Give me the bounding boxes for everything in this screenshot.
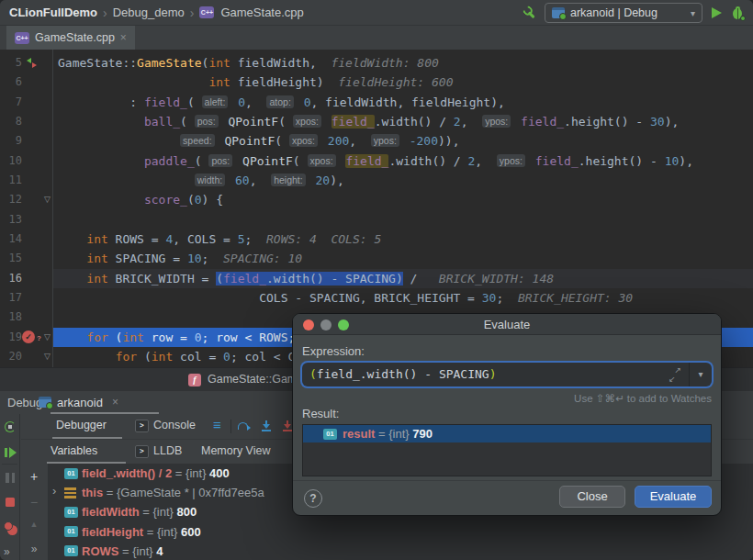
code-line-7[interactable]: 7 : field_( aleft: 0, atop: 0, fieldWidt… bbox=[0, 93, 753, 112]
code-token bbox=[58, 232, 86, 246]
zoom-window-button[interactable] bbox=[338, 319, 349, 330]
line-number: 15 bbox=[0, 249, 22, 268]
code-token: int bbox=[86, 252, 107, 265]
tab-variables[interactable]: Variables bbox=[51, 444, 97, 457]
variable-row[interactable]: 01fieldHeight = {int} 600 bbox=[49, 522, 753, 542]
fold-icon[interactable]: ▽ bbox=[44, 328, 51, 347]
code-token: col = bbox=[173, 350, 223, 364]
tab-debugger[interactable]: Debugger bbox=[56, 419, 107, 431]
tab-console[interactable]: Console bbox=[153, 419, 196, 431]
resume-icon[interactable] bbox=[5, 447, 16, 458]
code-token: 10 bbox=[187, 252, 202, 265]
expression-input[interactable]: (field_.width() - SPACING) ↗↙ ▾ bbox=[302, 363, 712, 386]
navigate-arrows-icon[interactable] bbox=[27, 58, 37, 68]
expression-label: Expression: bbox=[302, 344, 712, 358]
code-token: 200 bbox=[328, 134, 349, 148]
minimize-window-button bbox=[320, 319, 332, 330]
code-token bbox=[58, 272, 86, 286]
breadcrumb-project[interactable]: CLionFullDemo bbox=[9, 6, 97, 19]
code-token bbox=[58, 350, 116, 364]
settings-menu-icon[interactable]: ≡ bbox=[213, 417, 221, 432]
tab-memory-view[interactable]: Memory View bbox=[201, 444, 270, 457]
close-icon[interactable]: × bbox=[112, 396, 118, 409]
history-dropdown-icon[interactable]: ▾ bbox=[689, 363, 712, 386]
code-line-14[interactable]: 14 int ROWS = 4, COLS = 5; ROWS: 4 COLS:… bbox=[0, 230, 753, 249]
code-token: , bbox=[245, 95, 266, 109]
line-number: 11 bbox=[0, 171, 22, 190]
code-text: speed: QPointF( xpos: 200, ypos: -200)), bbox=[52, 131, 753, 151]
code-line-6[interactable]: 6 int fieldHeight) fieldHeight: 600 bbox=[0, 73, 753, 92]
tab-lldb[interactable]: LLDB bbox=[153, 444, 182, 457]
line-number: 16 bbox=[0, 269, 22, 288]
breadcrumb-folder[interactable]: Debug_demo bbox=[113, 6, 185, 19]
code-line-11[interactable]: 11 width: 60, height: 20), bbox=[0, 171, 753, 190]
code-line-13[interactable]: 13 bbox=[0, 210, 753, 230]
chevron-icon: › bbox=[103, 6, 107, 20]
close-icon[interactable]: × bbox=[120, 31, 127, 44]
more-icon[interactable]: » bbox=[4, 545, 10, 558]
fold-icon[interactable]: ▽ bbox=[44, 347, 51, 366]
code-token bbox=[58, 193, 144, 207]
code-token: .height() - bbox=[579, 154, 665, 168]
code-line-8[interactable]: 8 ball_( pos: QPointF( xpos: field_.widt… bbox=[0, 112, 753, 131]
code-token: , bbox=[461, 115, 482, 129]
step-into-icon[interactable] bbox=[262, 420, 271, 432]
code-token: , bbox=[475, 154, 496, 168]
mute-breakpoints-icon[interactable] bbox=[4, 521, 17, 535]
variable-text: fieldHeight = {int} 600 bbox=[82, 525, 201, 539]
remove-watch-icon[interactable]: − bbox=[20, 495, 48, 510]
code-line-17[interactable]: 17 COLS - SPACING, BRICK_HEIGHT = 30; BR… bbox=[0, 288, 753, 308]
stop-icon[interactable] bbox=[6, 498, 15, 507]
code-line-5[interactable]: 5GameState::GameState(int fieldWidth, fi… bbox=[0, 53, 753, 73]
console-icon: > bbox=[135, 445, 149, 458]
debug-button[interactable] bbox=[731, 6, 744, 20]
breakpoint-icon[interactable]: ✓ bbox=[22, 330, 35, 343]
inline-value-hint: ROWS: 4 COLS: 5 bbox=[252, 232, 381, 246]
variable-row[interactable]: 01ROWS = {int} 4 bbox=[49, 542, 753, 560]
rerun-icon[interactable] bbox=[5, 421, 16, 432]
ide-window: CLionFullDemo › Debug_demo › C++ GameSta… bbox=[0, 0, 753, 560]
code-token: 20 bbox=[315, 174, 330, 187]
line-number: 9 bbox=[0, 131, 22, 151]
code-token: ROWS = bbox=[108, 232, 166, 246]
expand-editor-icon[interactable]: ↗↙ bbox=[669, 364, 681, 385]
pause-icon[interactable] bbox=[5, 473, 16, 483]
code-line-10[interactable]: 10 paddle_( pos: QPointF( xpos: field_.w… bbox=[0, 151, 753, 171]
code-token: ( bbox=[278, 115, 293, 129]
code-line-9[interactable]: 9 speed: QPointF( xpos: 200, ypos: -200)… bbox=[0, 131, 753, 151]
result-list[interactable]: 01 result = {int} 790 bbox=[302, 424, 712, 476]
close-button[interactable]: Close bbox=[559, 486, 625, 508]
run-config-select[interactable]: arkanoid | Debug ▾ bbox=[545, 3, 702, 23]
expression-value: (field_.width() - SPACING) bbox=[309, 363, 497, 386]
add-watch-icon[interactable]: + bbox=[20, 469, 48, 484]
code-token bbox=[58, 330, 86, 344]
close-window-button[interactable] bbox=[303, 319, 314, 330]
evaluate-button[interactable]: Evaluate bbox=[635, 486, 712, 508]
help-button[interactable]: ? bbox=[304, 489, 322, 508]
code-text: int SPACING = 10; SPACING: 10 bbox=[52, 249, 753, 268]
code-line-12[interactable]: 12▽ score_(0) { bbox=[0, 190, 753, 209]
code-line-15[interactable]: 15 int SPACING = 10; SPACING: 10 bbox=[0, 249, 753, 268]
variable-type-icon: 01 bbox=[323, 429, 337, 440]
code-token: field_ bbox=[521, 115, 564, 129]
code-line-16[interactable]: 16 int BRICK_WIDTH = (field_.width() - S… bbox=[0, 269, 753, 288]
result-row[interactable]: 01 result = {int} 790 bbox=[303, 425, 711, 442]
chevron-icon: › bbox=[190, 6, 195, 20]
code-token: ( bbox=[275, 134, 289, 148]
dialog-titlebar[interactable]: Evaluate bbox=[293, 314, 721, 335]
window-controls bbox=[303, 319, 349, 330]
code-token: BRICK_WIDTH = bbox=[108, 272, 216, 286]
build-hammer-icon[interactable] bbox=[519, 3, 538, 22]
run-button[interactable] bbox=[712, 7, 722, 18]
more-icon[interactable]: » bbox=[20, 543, 48, 555]
tab-gamestate-cpp[interactable]: C++ GameState.cpp × bbox=[6, 26, 135, 50]
step-over-icon[interactable] bbox=[238, 422, 251, 431]
expand-chevron-icon[interactable]: › bbox=[52, 484, 62, 498]
move-up-icon[interactable]: ▲ bbox=[20, 520, 48, 529]
code-token: ) { bbox=[202, 193, 223, 207]
fold-icon[interactable]: ▽ bbox=[44, 190, 51, 209]
code-token bbox=[320, 134, 328, 148]
debug-session-tab[interactable]: arkanoid bbox=[57, 396, 103, 409]
breadcrumb-file[interactable]: GameState.cpp bbox=[220, 6, 303, 19]
force-step-into-icon[interactable] bbox=[283, 420, 292, 432]
